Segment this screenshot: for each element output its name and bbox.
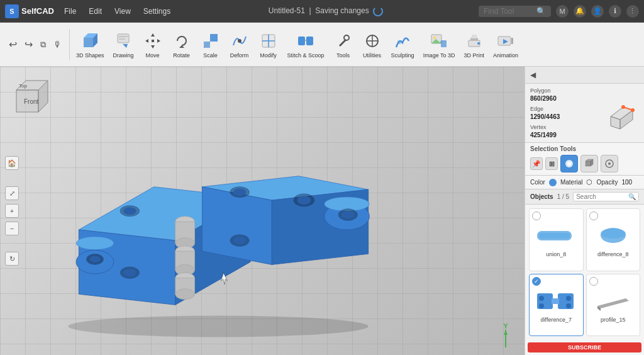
menu-view[interactable]: View: [112, 7, 133, 16]
selection-tools: Selection Tools 📌 ⊞: [525, 143, 644, 176]
tool-utilities[interactable]: Utilities: [358, 28, 386, 61]
obj-item-union-8[interactable]: union_8: [529, 208, 584, 271]
tool-modify[interactable]: Modify: [255, 28, 282, 61]
sel-mesh-btn[interactable]: [601, 155, 618, 172]
obj-item-difference-7[interactable]: ✓ difference_7: [529, 274, 584, 337]
tool-3d-print[interactable]: 3D Print: [460, 28, 489, 61]
tool-image-to-3d[interactable]: Image To 3D: [419, 28, 459, 61]
material-icon[interactable]: ⬡: [586, 178, 592, 186]
obj-item-difference-8[interactable]: difference_8: [586, 208, 641, 271]
tool-tools[interactable]: Tools: [330, 28, 357, 61]
utilities-label: Utilities: [363, 52, 381, 59]
top-icon-bell[interactable]: 🔔: [574, 5, 586, 18]
sel-sphere-btn[interactable]: [560, 155, 578, 172]
objects-search[interactable]: 🔍: [573, 192, 639, 201]
home-tool-btn[interactable]: 🏠: [5, 156, 19, 170]
undo-redo-group: ↩ ↪ ⧉ 🎙: [4, 37, 67, 52]
svg-marker-65: [202, 187, 272, 265]
menu-file[interactable]: File: [62, 7, 79, 16]
3d-print-label: 3D Print: [464, 52, 485, 59]
obj-item-profile-15[interactable]: profile_15: [586, 274, 641, 337]
sel-pin-btn[interactable]: 📌: [530, 157, 543, 170]
viewport[interactable]: Front Top 🏠 ⤢ + − ↻: [0, 67, 525, 355]
tool-drawing[interactable]: Drawing: [109, 28, 138, 61]
svg-point-28: [433, 37, 436, 39]
image-to-3d-icon: [429, 31, 449, 51]
obj-name-union-8: union_8: [546, 251, 566, 257]
svg-rect-30: [441, 40, 447, 47]
top-icon-more[interactable]: ⋮: [626, 5, 639, 18]
svg-rect-14: [210, 34, 218, 42]
sculpting-icon: [392, 31, 413, 51]
expand-tool-btn[interactable]: ⤢: [5, 186, 19, 200]
zoom-in-btn[interactable]: +: [5, 204, 19, 218]
color-label: Color: [530, 179, 545, 186]
rotate-view-btn[interactable]: ↻: [5, 252, 19, 266]
tool-deform[interactable]: Deform: [226, 28, 253, 61]
find-tool-input[interactable]: [484, 7, 534, 16]
obj-checkbox-profile-15[interactable]: [589, 277, 598, 286]
svg-point-34: [477, 42, 480, 45]
redo-button[interactable]: ↪: [22, 37, 35, 52]
y-axis-label: Y: [503, 322, 508, 330]
rotate-icon: [172, 31, 192, 51]
undo-button[interactable]: ↩: [6, 37, 19, 52]
objects-search-icon[interactable]: 🔍: [628, 193, 636, 200]
svg-rect-33: [472, 35, 477, 38]
svg-point-43: [68, 315, 368, 337]
sel-grid-btn[interactable]: ⊞: [545, 157, 558, 170]
obj-checkbox-difference-7[interactable]: ✓: [532, 277, 541, 286]
selection-tools-title: Selection Tools: [530, 145, 639, 152]
color-swatch[interactable]: [549, 179, 557, 186]
svg-point-63: [175, 289, 195, 300]
obj-thumb-union-8: [534, 222, 578, 250]
svg-marker-12: [179, 45, 184, 48]
mic-button[interactable]: 🎙: [51, 38, 64, 50]
obj-checkbox-difference-8[interactable]: [589, 211, 598, 220]
svg-point-74: [341, 211, 354, 218]
top-icon-info[interactable]: ℹ: [609, 5, 621, 18]
stitch-scoop-icon: [296, 31, 316, 51]
polygon-stats: Polygon 860/2960 Edge 1290/4463 Vertex 4…: [525, 84, 644, 143]
logo-icon: S: [5, 4, 19, 18]
tool-stitch-scoop[interactable]: Stitch & Scoop: [284, 28, 328, 61]
tool-3d-shapes[interactable]: 3D Shapes: [72, 28, 108, 61]
animation-label: Animation: [493, 52, 518, 59]
move-label: Move: [146, 52, 160, 59]
menu-settings[interactable]: Settings: [141, 7, 173, 16]
top-icon-m[interactable]: M: [556, 5, 569, 18]
opacity-value: 100: [621, 179, 632, 186]
top-icon-user[interactable]: 👤: [591, 5, 604, 18]
svg-marker-6: [123, 44, 128, 48]
svg-point-48: [123, 207, 136, 215]
obj-thumb-profile-15: [591, 287, 635, 315]
panel-collapse-arrow[interactable]: ◀: [530, 70, 536, 79]
tool-scale[interactable]: Scale: [197, 28, 225, 61]
tool-animation[interactable]: Animation: [489, 28, 522, 61]
svg-rect-88: [586, 161, 591, 166]
svg-point-54: [123, 269, 136, 276]
subscribe-button[interactable]: SUBSCRIBE: [528, 342, 641, 352]
obj-thumb-difference-8: [591, 222, 635, 250]
svg-point-72: [297, 196, 311, 205]
deform-icon: [230, 31, 250, 51]
objects-search-input[interactable]: [576, 193, 627, 200]
svg-point-16: [238, 39, 242, 43]
sel-cube-btn[interactable]: [580, 155, 598, 172]
color-material-row: Color Material ⬡ Opacity 100: [525, 176, 644, 189]
svg-point-87: [567, 162, 571, 166]
copy-button[interactable]: ⧉: [38, 38, 48, 51]
obj-checkbox-union-8[interactable]: [532, 211, 541, 220]
svg-rect-99: [552, 298, 559, 304]
svg-rect-98: [558, 293, 574, 309]
tool-sculpting[interactable]: Sculpting: [387, 28, 418, 61]
zoom-out-btn[interactable]: −: [5, 222, 19, 235]
svg-point-102: [566, 296, 571, 301]
find-tool-bar[interactable]: 🔍: [479, 6, 551, 17]
menu-edit[interactable]: Edit: [86, 7, 104, 16]
panel-header[interactable]: ◀: [525, 67, 644, 84]
tool-move[interactable]: Move: [139, 28, 167, 61]
logo: S SelfCAD: [5, 4, 54, 18]
tool-rotate[interactable]: Rotate: [168, 28, 196, 61]
objects-grid: union_8 difference_8 ✓: [525, 205, 644, 340]
